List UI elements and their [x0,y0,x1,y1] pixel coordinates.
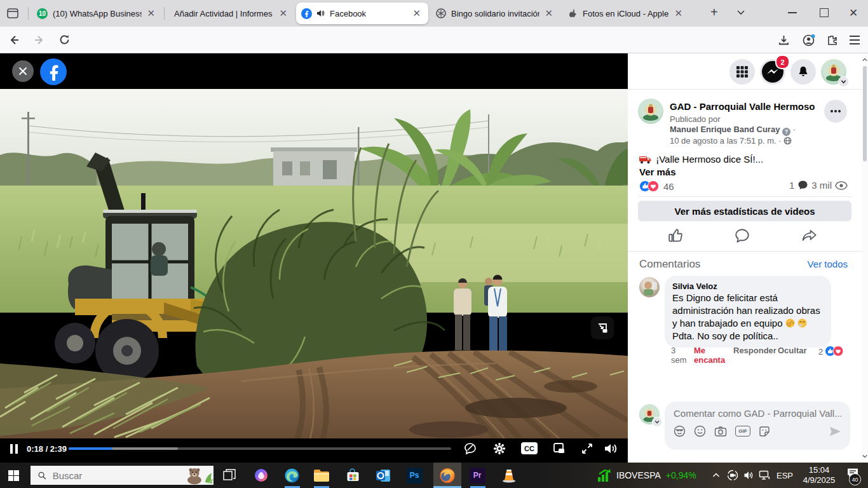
sticker-icon[interactable] [759,426,770,437]
action-center-button[interactable]: 40 [846,468,859,478]
tab-label: (10) WhatsApp Business [53,9,142,18]
gif-icon[interactable]: GIF [735,426,750,437]
task-view-button[interactable] [221,467,238,484]
tab-bingo[interactable]: Bingo solidario invitación ✕ [431,3,560,24]
scroll-up-arrow-icon[interactable] [862,57,867,62]
scroll-down-arrow-icon[interactable] [862,454,867,459]
captions-button[interactable]: CC [521,442,538,454]
reaction-icons[interactable] [639,180,660,192]
tab-close-icon[interactable]: ✕ [276,8,290,19]
composer-identity-chevron-icon[interactable] [652,417,662,427]
post-counters[interactable]: 1 3 mil [789,180,848,191]
avatar-sticker-icon[interactable] [674,425,686,437]
taskbar-outlook-icon[interactable] [375,467,391,484]
reaction-count[interactable]: 46 [663,181,674,192]
tray-clock[interactable]: 15:04 4/9/2025 [798,465,840,485]
like-button[interactable] [667,227,684,244]
downloads-icon[interactable] [778,34,790,46]
window-close-button[interactable]: ✕ [849,6,858,20]
extensions-puzzle-icon[interactable] [826,34,838,46]
facebook-logo[interactable] [40,58,67,85]
apps-grid-button[interactable] [729,59,755,85]
comment-reply-link[interactable]: Responder [733,346,776,355]
video-stats-button[interactable]: Ver más estadísticas de videos [638,201,851,221]
pip-button[interactable] [552,441,567,456]
tab-list-chevron-icon[interactable] [736,7,746,17]
comment-reaction-count[interactable]: 2 [818,347,823,356]
progress-track[interactable] [69,447,451,450]
comment-time[interactable]: 3 sem [671,346,690,365]
commenter-avatar[interactable] [639,277,660,297]
start-button[interactable] [5,467,22,484]
comment-button[interactable] [734,227,750,244]
see-more-link[interactable]: Ver más [639,166,676,177]
firefox-view-icon[interactable] [6,7,19,20]
page-name[interactable]: GAD - Parroquial Valle Hermoso [670,101,815,112]
copilot-icon[interactable] [253,467,269,484]
see-all-comments-link[interactable]: Ver todos [808,259,848,269]
camera-icon[interactable] [714,426,727,437]
tray-chevron-up-icon[interactable] [712,471,721,480]
page-scrollbar[interactable] [862,53,868,463]
comment-reaction-label[interactable]: Me encanta [694,346,728,365]
taskbar-edge-icon[interactable] [283,467,300,484]
video-player[interactable]: 0:18 / 2:39 CC [0,53,628,463]
pause-button[interactable] [10,444,18,454]
new-tab-button[interactable]: + [710,5,718,20]
post-timestamp[interactable]: 10 de agosto a las 7:51 p. m. · [670,136,792,146]
share-button[interactable] [801,227,818,244]
comment-input[interactable] [674,408,841,419]
taskbar-photoshop-icon[interactable]: Ps [406,467,423,484]
tray-language[interactable]: ESP [776,471,793,480]
taskbar-premiere-icon[interactable]: Pr [469,467,485,484]
tray-network-icon[interactable] [759,470,770,480]
tray-volume-icon[interactable] [743,470,754,480]
tab-close-icon[interactable]: ✕ [144,8,158,19]
taskbar-store-icon[interactable] [344,467,361,484]
reload-button[interactable] [58,34,71,46]
emoji-smiley-icon[interactable] [694,425,706,437]
taskbar-firefox-icon[interactable] [439,467,456,484]
comment-count: 1 [789,180,794,191]
tab-audio-icon[interactable] [316,9,325,18]
thumbs-up-icon [667,227,684,244]
close-video-button[interactable] [12,60,34,82]
meet-now-icon[interactable] [727,470,738,481]
window-maximize-button[interactable] [820,8,829,17]
comment-composer[interactable]: GIF [665,402,850,450]
menu-hamburger-icon[interactable] [849,35,860,45]
back-button[interactable] [8,34,20,46]
notifications-button[interactable] [790,59,816,85]
profile-chevron-icon[interactable] [838,76,849,87]
tab-close-icon[interactable]: ✕ [672,8,685,19]
comment-author[interactable]: Silvia Veloz [672,281,824,292]
window-minimize-button[interactable] [788,12,797,13]
taskbar-search-box[interactable] [31,466,214,485]
page-avatar[interactable] [638,98,663,124]
post-author[interactable]: Manuel Enrique Band Curay ? · [670,125,796,136]
comment-bubble[interactable]: Silvia Veloz Es Digno de felicitar está … [665,276,831,348]
tab-close-icon[interactable]: ✕ [542,8,555,19]
account-icon[interactable] [802,34,815,47]
tab-facebook[interactable]: Facebook ✕ [296,3,428,24]
comment-hide-link[interactable]: Ocultar [778,346,807,355]
taskbar-vlc-icon[interactable] [501,467,517,484]
post-more-button[interactable] [824,100,847,123]
fullscreen-button[interactable] [580,441,595,456]
scrollbar-thumb[interactable] [863,66,867,161]
tab-informes[interactable]: Añadir Actividad | Informes Mens ✕ [166,3,295,24]
comment-reaction-icons[interactable] [825,346,844,356]
tab-divider [164,7,165,20]
tab-close-icon[interactable]: ✕ [410,8,423,19]
comments-off-button[interactable] [463,441,478,456]
tab-whatsapp[interactable]: 10 (10) WhatsApp Business ✕ [32,3,163,24]
send-icon[interactable] [829,426,841,437]
tab-icloud[interactable]: Fotos en iCloud - Apple iClou ✕ [563,3,690,24]
forward-button[interactable] [33,34,46,46]
stock-widget[interactable]: IBOVESPA +0,94% [597,463,696,488]
search-input[interactable] [51,470,180,482]
settings-gear-button[interactable] [492,441,507,456]
taskbar-file-explorer-icon[interactable] [313,467,329,484]
volume-button[interactable] [602,441,619,456]
pip-overlay-button[interactable] [591,316,614,339]
